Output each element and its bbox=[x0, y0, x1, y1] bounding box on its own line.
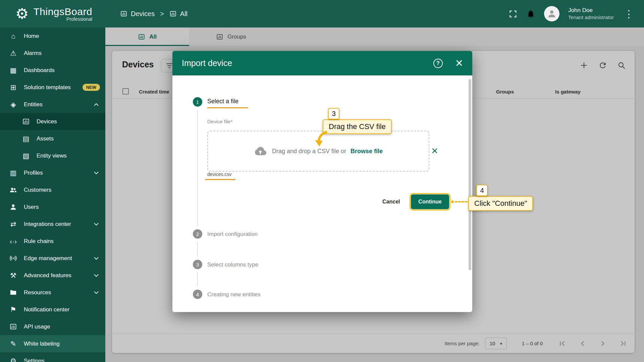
stepper-connector bbox=[197, 273, 198, 286]
chevron-down-icon bbox=[93, 169, 100, 177]
new-badge: NEW bbox=[83, 84, 100, 91]
tutorial-step-4-tooltip: Click "Continue" bbox=[468, 196, 533, 211]
continue-button[interactable]: Continue bbox=[411, 194, 449, 209]
step-3-label: Select columns type bbox=[207, 261, 258, 268]
entity-views-icon: ▧ bbox=[21, 152, 31, 159]
tutorial-step-3-tooltip: Drag the CSV file bbox=[323, 119, 392, 134]
sidebar-item-settings-label: Settings bbox=[24, 358, 44, 362]
white-labeling-icon: ✎ bbox=[9, 340, 18, 347]
dialog-scrollbar[interactable] bbox=[469, 79, 471, 270]
sidebar-item-devices[interactable]: Devices bbox=[0, 113, 105, 130]
sidebar-item-entity-views[interactable]: ▧ Entity views bbox=[0, 147, 105, 164]
sidebar-item-edge-management[interactable]: Edge management bbox=[0, 250, 105, 267]
breadcrumb-separator: > bbox=[160, 10, 164, 18]
upload-cloud-icon bbox=[254, 145, 267, 158]
chevron-down-icon bbox=[93, 272, 100, 279]
sidebar-item-resources[interactable]: Resources bbox=[0, 284, 105, 301]
topbar: ⚙ ThingsBoard Professional Devices > All bbox=[0, 0, 644, 27]
dropzone-text: Drag and drop a CSV file or bbox=[272, 148, 346, 155]
group-icon bbox=[169, 10, 177, 17]
sidebar: ⌂ Home ⚠ Alarms ▦ Dashboards ⊞ Solution … bbox=[0, 27, 105, 362]
home-icon: ⌂ bbox=[9, 33, 18, 40]
alarm-warning-icon: ⚠ bbox=[9, 50, 18, 57]
advanced-features-icon: ⚒ bbox=[9, 272, 18, 279]
breadcrumb: Devices > All bbox=[120, 10, 187, 18]
dialog-header: Import device ? × bbox=[172, 51, 472, 75]
sidebar-item-api-usage[interactable]: API usage bbox=[0, 318, 105, 335]
import-device-dialog: Import device ? × 1 Select a file Device… bbox=[172, 51, 472, 312]
chevron-up-icon bbox=[93, 101, 100, 108]
stepper-connector bbox=[197, 110, 198, 226]
tutorial-connector-dot bbox=[451, 200, 454, 203]
sidebar-item-customers[interactable]: Customers bbox=[0, 181, 105, 198]
settings-gear-icon: ⚙ bbox=[9, 357, 18, 362]
user-info: John Doe Tenant administrator bbox=[568, 7, 614, 21]
sidebar-item-rule-chains[interactable]: ‹·› Rule chains bbox=[0, 233, 105, 250]
sidebar-item-users-label: Users bbox=[24, 204, 39, 210]
person-icon bbox=[547, 9, 557, 19]
sidebar-item-users[interactable]: Users bbox=[0, 198, 105, 216]
user-name: John Doe bbox=[568, 7, 614, 14]
sidebar-item-entity-views-label: Entity views bbox=[37, 153, 67, 159]
dashboards-icon: ▦ bbox=[9, 67, 18, 74]
sidebar-item-api-usage-label: API usage bbox=[24, 323, 50, 330]
step-4-circle: 4 bbox=[193, 290, 202, 299]
chevron-down-icon bbox=[93, 221, 100, 228]
sidebar-item-entities[interactable]: ◈ Entities bbox=[0, 96, 105, 113]
sidebar-item-home-label: Home bbox=[24, 33, 39, 40]
sidebar-item-home[interactable]: ⌂ Home bbox=[0, 27, 105, 45]
breadcrumb-all[interactable]: All bbox=[169, 10, 187, 18]
users-icon bbox=[9, 203, 18, 211]
sidebar-item-alarms[interactable]: ⚠ Alarms bbox=[0, 45, 105, 62]
thingsboard-app: ⚙ ThingsBoard Professional Devices > All bbox=[0, 0, 644, 362]
sidebar-item-profiles-label: Profiles bbox=[24, 170, 43, 176]
sidebar-item-solution-templates[interactable]: ⊞ Solution templates NEW bbox=[0, 79, 105, 96]
more-menu-icon[interactable]: ⋮ bbox=[623, 8, 635, 20]
step-1-circle: 1 bbox=[193, 97, 202, 107]
sidebar-item-entities-label: Entities bbox=[24, 101, 43, 108]
sidebar-item-alarms-label: Alarms bbox=[24, 50, 42, 57]
notifications-bell-icon[interactable] bbox=[526, 9, 535, 18]
assets-icon: ▤ bbox=[21, 135, 31, 142]
sidebar-item-notification-center[interactable]: ⚑ Notification center bbox=[0, 301, 105, 318]
tutorial-step-3-badge: 3 bbox=[328, 108, 339, 119]
breadcrumb-all-label: All bbox=[180, 10, 187, 18]
breadcrumb-devices[interactable]: Devices bbox=[120, 10, 155, 18]
step-1-label: Select a file bbox=[207, 98, 248, 108]
sidebar-item-advanced-features[interactable]: ⚒ Advanced features bbox=[0, 267, 105, 284]
notification-flag-icon: ⚑ bbox=[9, 306, 18, 313]
cancel-button[interactable]: Cancel bbox=[376, 194, 406, 209]
sidebar-item-profiles[interactable]: ▥ Profiles bbox=[0, 164, 105, 181]
sidebar-item-assets[interactable]: ▤ Assets bbox=[0, 130, 105, 147]
devices-icon bbox=[21, 118, 31, 125]
browse-file-link[interactable]: Browse file bbox=[351, 148, 383, 155]
brand-block: ThingsBoard Professional bbox=[33, 6, 92, 22]
sidebar-item-integrations-center[interactable]: ⇄ Integrations center bbox=[0, 216, 105, 233]
sidebar-item-edge-management-label: Edge management bbox=[24, 255, 72, 262]
sidebar-item-dashboards-label: Dashboards bbox=[24, 67, 55, 74]
brand-name: ThingsBoard bbox=[33, 6, 92, 17]
sidebar-item-white-labeling[interactable]: ✎ White labeling bbox=[0, 335, 105, 352]
chevron-down-icon bbox=[93, 255, 100, 262]
profiles-icon: ▥ bbox=[9, 169, 18, 176]
sidebar-item-devices-label: Devices bbox=[37, 118, 57, 125]
clear-file-icon[interactable]: × bbox=[431, 145, 438, 156]
tutorial-step-4-badge: 4 bbox=[476, 185, 488, 196]
sidebar-item-dashboards[interactable]: ▦ Dashboards bbox=[0, 62, 105, 79]
sidebar-item-assets-label: Assets bbox=[37, 135, 54, 142]
sidebar-item-notification-center-label: Notification center bbox=[24, 306, 69, 313]
close-icon[interactable]: × bbox=[455, 58, 463, 68]
sidebar-item-solution-templates-label: Solution templates bbox=[24, 84, 71, 91]
resources-folder-icon bbox=[9, 289, 18, 296]
sidebar-item-settings[interactable]: ⚙ Settings bbox=[0, 352, 105, 362]
sidebar-item-advanced-features-label: Advanced features bbox=[24, 272, 71, 279]
device-file-label: Device file* bbox=[207, 119, 232, 124]
step-2-label: Import configuration bbox=[207, 231, 258, 238]
help-icon[interactable]: ? bbox=[433, 59, 443, 68]
rule-chains-icon: ‹·› bbox=[9, 238, 18, 245]
fullscreen-icon[interactable] bbox=[508, 9, 518, 18]
api-usage-icon bbox=[9, 323, 18, 330]
thingsboard-logo[interactable]: ⚙ ThingsBoard Professional bbox=[0, 6, 105, 22]
brand-subtitle: Professional bbox=[66, 16, 92, 22]
user-avatar[interactable] bbox=[544, 6, 559, 21]
